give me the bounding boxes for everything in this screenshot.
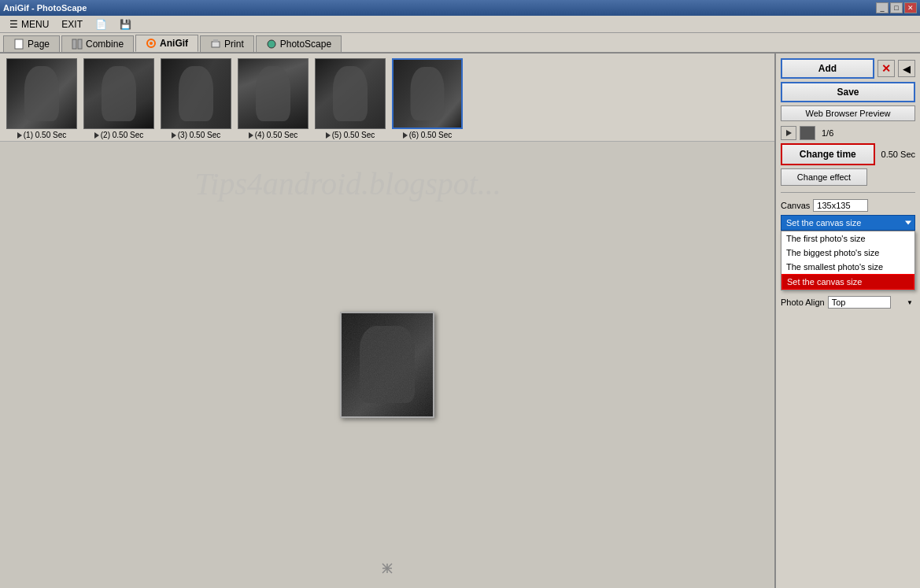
change-time-row: Change time 0.50 Sec [781,143,915,165]
resize-icon [379,560,395,576]
svg-rect-0 [15,39,23,49]
close-button[interactable]: ✕ [904,2,917,13]
film-label-4: (4) 0.50 Sec [249,131,297,139]
title-bar-text: AniGif - PhotoScape [3,3,87,13]
canvas-size-dropdown-container: Set the canvas size The first photo's si… [781,215,915,231]
canvas-dropdown-popup: The first photo's size The biggest photo… [781,231,915,290]
film-item-1[interactable]: (1) 0.50 Sec [6,58,77,139]
film-label-2: (2) 0.50 Sec [94,131,143,139]
film-label-1: (1) 0.50 Sec [17,131,66,139]
svg-marker-13 [786,130,792,136]
menu-bar: ☰ MENU EXIT 📄 💾 [0,16,920,33]
film-thumb-5[interactable] [315,58,386,129]
film-thumb-img-1 [7,59,76,128]
resize-handle[interactable] [379,560,395,579]
move-left-button[interactable]: ◀ [898,60,915,77]
tab-print[interactable]: Print [200,35,254,52]
stop-button[interactable] [800,126,815,140]
svg-rect-6 [213,39,218,43]
photo-align-dropdown[interactable]: Top Center Bottom Left Right [828,296,891,309]
watermark: Tips4android.blogspot... [79,165,617,202]
photo-align-dropdown-wrapper: Top Center Bottom Left Right ▼ [828,296,915,309]
dropdown-option-smallest-photo[interactable]: The smallest photo's size [781,260,914,274]
film-thumb-2[interactable] [83,58,154,129]
main-layout: (1) 0.50 Sec (2) 0.50 Sec [0,54,920,588]
play-triangle-icon [785,129,793,137]
dropdown-option-first-photo[interactable]: The first photo's size [781,231,914,246]
film-thumb-img-3 [161,59,231,128]
main-image-texture [342,313,436,420]
top-buttons-row: Add ✕ ◀ [781,58,915,79]
minimize-button[interactable]: _ [876,2,889,13]
film-item-3[interactable]: (3) 0.50 Sec [161,58,231,139]
main-image [340,312,434,418]
svg-rect-8 [342,313,436,420]
play-button[interactable] [781,126,796,140]
save-button[interactable]: Save [781,82,915,102]
canvas-size-input[interactable] [813,199,868,212]
tab-bar: Page Combine AniGif Print PhotoScape [0,33,920,54]
svg-rect-2 [78,39,82,49]
divider-1 [781,192,915,193]
add-button[interactable]: Add [781,58,874,79]
svg-point-4 [150,42,153,45]
play-icon-5 [326,132,331,139]
film-thumb-1[interactable] [6,58,77,129]
film-item-4[interactable]: (4) 0.50 Sec [238,58,309,139]
play-icon-3 [172,132,176,139]
svg-rect-5 [212,42,220,47]
canvas-size-dropdown[interactable]: Set the canvas size [781,215,915,231]
photoscope-tab-icon [266,39,277,50]
left-panel: (1) 0.50 Sec (2) 0.50 Sec [0,54,774,588]
anigif-tab-icon [146,38,157,49]
canvas-size-dropdown-value: Set the canvas size [786,218,861,227]
menu-item-menu[interactable]: ☰ MENU [3,17,55,31]
play-icon-4 [249,132,253,139]
combine-tab-icon [72,39,83,50]
film-item-5[interactable]: (5) 0.50 Sec [315,58,386,139]
film-item-2[interactable]: (2) 0.50 Sec [83,58,154,139]
change-effect-button[interactable]: Change effect [781,168,867,186]
dropdown-arrow-icon [905,221,911,225]
delete-button[interactable]: ✕ [878,60,895,77]
photo-align-row: Photo Align Top Center Bottom Left Right… [781,296,915,309]
photo-align-label: Photo Align [781,298,825,307]
web-browser-preview-button[interactable]: Web Browser Preview [781,105,915,121]
page-tab-icon [13,39,24,50]
dropdown-option-set-canvas[interactable]: Set the canvas size [781,274,914,290]
filmstrip: (1) 0.50 Sec (2) 0.50 Sec [0,54,774,142]
title-bar-buttons: _ □ ✕ [876,2,917,13]
menu-item-icon2[interactable]: 💾 [113,17,138,31]
right-panel: Add ✕ ◀ Save Web Browser Preview 1/6 Cha… [774,54,920,588]
change-time-button[interactable]: Change time [781,143,875,165]
playback-row: 1/6 [781,126,915,140]
tab-page[interactable]: Page [3,35,60,52]
film-thumb-img-6 [393,60,461,128]
menu-item-exit[interactable]: EXIT [55,17,89,31]
film-item-6[interactable]: (6) 0.50 Sec [392,58,463,139]
print-tab-icon [210,39,221,50]
film-label-3: (3) 0.50 Sec [172,131,220,139]
film-thumb-4[interactable] [238,58,309,129]
canvas-area: Tips4android.blogspot... [0,142,774,588]
frame-counter: 1/6 [822,128,833,138]
title-bar: AniGif - PhotoScape _ □ ✕ [0,0,920,16]
time-value: 0.50 Sec [881,150,915,159]
tab-combine[interactable]: Combine [61,35,134,52]
play-icon-2 [94,132,99,139]
canvas-label-row: Canvas [781,199,915,212]
film-thumb-3[interactable] [161,58,231,129]
film-thumb-img-5 [316,59,385,128]
film-thumb-img-2 [84,59,153,128]
menu-item-icon1[interactable]: 📄 [89,17,113,31]
maximize-button[interactable]: □ [890,2,903,13]
film-label-6: (6) 0.50 Sec [403,131,452,139]
tab-anigif[interactable]: AniGif [135,35,198,52]
film-thumb-6[interactable] [392,58,463,129]
canvas-label-text: Canvas [781,201,810,210]
film-thumb-img-4 [238,59,308,128]
svg-rect-1 [72,39,76,49]
dropdown-option-biggest-photo[interactable]: The biggest photo's size [781,246,914,260]
svg-point-7 [268,40,275,48]
tab-photoscope[interactable]: PhotoScape [256,35,342,52]
